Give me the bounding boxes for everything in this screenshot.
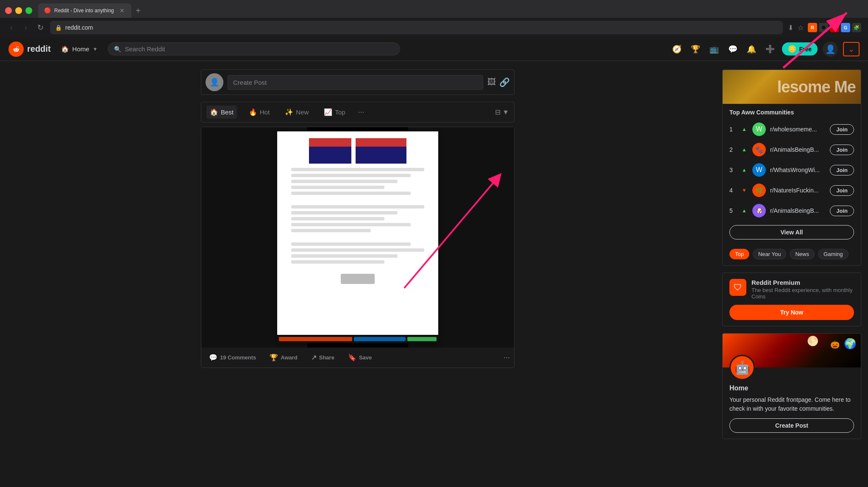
image-upload-icon[interactable]: 🖼 xyxy=(487,77,496,87)
traffic-lights xyxy=(5,7,32,14)
tab-title: Reddit - Dive into anything xyxy=(54,8,115,14)
new-tab-button[interactable]: + xyxy=(136,6,141,16)
award-button[interactable]: 🏆 Award xyxy=(266,351,301,364)
ext-reddit-icon[interactable]: R xyxy=(808,23,817,32)
forward-button[interactable]: › xyxy=(21,23,31,32)
premium-shield-icon: 🛡 xyxy=(729,279,746,296)
ext-icon-4[interactable]: 🧩 xyxy=(852,23,861,32)
list-item[interactable]: 1 ▲ W r/wholesomeme... Join xyxy=(723,119,861,139)
address-bar[interactable]: 🔒 reddit.com xyxy=(50,21,783,34)
sort-hot-button[interactable]: 🔥 Hot xyxy=(245,106,273,119)
search-bar[interactable]: 🔍 Search Reddit xyxy=(108,42,400,56)
trophy-icon-button[interactable]: 🏆 xyxy=(689,42,702,56)
communities-title: Top Aww Communities xyxy=(723,104,861,119)
ext-icon-2[interactable]: ● xyxy=(830,23,839,32)
home-dropdown-button[interactable]: 🏠 Home ▼ xyxy=(58,44,101,55)
home-create-post-button[interactable]: Create Post xyxy=(729,418,854,433)
list-item[interactable]: 3 ▲ W r/WhatsWrongWi... Join xyxy=(723,160,861,180)
reddit-icon xyxy=(8,42,24,57)
topic-tag-near-you[interactable]: Near You xyxy=(753,249,787,259)
award-icon: 🏆 xyxy=(270,353,278,362)
ext-icon-1[interactable]: ⚙ xyxy=(819,23,828,32)
search-icon: 🔍 xyxy=(114,46,121,53)
minimize-window-button[interactable] xyxy=(15,7,22,14)
back-button[interactable]: ‹ xyxy=(7,23,16,32)
browser-actions: ⬇ ☆ R ⚙ ● G 🧩 xyxy=(788,23,861,32)
community-icon: W xyxy=(752,122,766,136)
chat-icon-button[interactable]: 💬 xyxy=(726,42,740,56)
premium-card-header: 🛡 Reddit Premium The best Reddit experie… xyxy=(729,279,854,300)
expand-button[interactable]: ⌄ xyxy=(843,42,860,56)
feed-area: 👤 Create Post 🖼 🔗 🏠 Best 🔥 Hot xyxy=(0,61,715,487)
reddit-logo[interactable]: reddit xyxy=(8,42,51,57)
top-icon: 📈 xyxy=(324,108,332,116)
join-community-button[interactable]: Join xyxy=(830,145,854,155)
download-icon[interactable]: ⬇ xyxy=(788,24,793,32)
save-label: Save xyxy=(359,354,372,361)
lock-icon: 🔒 xyxy=(55,25,62,31)
view-toggle-button[interactable]: ⊟ ▼ xyxy=(495,108,509,116)
sort-top-button[interactable]: 📈 Top xyxy=(320,106,348,119)
join-community-button[interactable]: Join xyxy=(830,124,854,135)
sort-new-button[interactable]: ✨ New xyxy=(281,106,312,119)
share-button[interactable]: ↗ Share xyxy=(308,351,338,364)
sort-best-button[interactable]: 🏠 Best xyxy=(206,106,237,119)
compass-icon-button[interactable]: 🧭 xyxy=(670,42,684,56)
communities-list: 1 ▲ W r/wholesomeme... Join 2 ▲ 🐾 r/Anim… xyxy=(723,119,861,221)
list-item[interactable]: 4 ▼ 🌿 r/NatureIsFuckin... Join xyxy=(723,180,861,200)
join-community-button[interactable]: Join xyxy=(830,185,854,196)
create-post-input[interactable]: Create Post xyxy=(228,75,483,90)
list-item[interactable]: 5 ▲ 🐶 r/AnimalsBeingB... Join xyxy=(723,200,861,221)
comments-button[interactable]: 💬 19 Comments xyxy=(206,351,259,364)
community-rank: 3 xyxy=(729,167,736,173)
topic-tag-top[interactable]: Top xyxy=(729,249,749,259)
topic-tag-gaming[interactable]: Gaming xyxy=(818,249,849,259)
post-card: 💬 19 Comments 🏆 Award ↗ Share 🔖 Save xyxy=(201,127,515,368)
ext-icon-3[interactable]: G xyxy=(841,23,850,32)
premium-card-content: 🛡 Reddit Premium The best Reddit experie… xyxy=(723,273,861,326)
reddit-header: reddit 🏠 Home ▼ 🔍 Search Reddit 🧭 🏆 📺 💬 … xyxy=(0,37,868,61)
hot-icon: 🔥 xyxy=(249,108,257,116)
join-community-button[interactable]: Join xyxy=(830,165,854,175)
refresh-button[interactable]: ↻ xyxy=(36,23,45,32)
reddit-snoo-avatar: 🤖 xyxy=(729,355,755,380)
sort-more-button[interactable]: ··· xyxy=(358,108,364,117)
trend-up-icon: ▲ xyxy=(740,125,748,133)
video-icon-button[interactable]: 📺 xyxy=(707,42,721,56)
plus-icon-button[interactable]: ➕ xyxy=(763,42,777,56)
close-tab-button[interactable]: ✕ xyxy=(119,7,125,14)
close-window-button[interactable] xyxy=(5,7,12,14)
premium-card: 🛡 Reddit Premium The best Reddit experie… xyxy=(722,273,861,326)
user-avatar-small: 👤 xyxy=(206,73,223,91)
premium-info: Reddit Premium The best Reddit experienc… xyxy=(751,279,854,300)
coin-icon: 🪙 xyxy=(788,45,796,53)
sort-hot-label: Hot xyxy=(260,109,270,116)
premium-button[interactable]: 🪙 Free xyxy=(782,42,818,56)
active-browser-tab[interactable]: 🔴 Reddit - Dive into anything ✕ xyxy=(38,3,131,18)
view-all-button[interactable]: View All xyxy=(729,225,854,239)
link-icon[interactable]: 🔗 xyxy=(499,77,510,87)
community-name: r/NatureIsFuckin... xyxy=(770,187,826,194)
search-input[interactable]: Search Reddit xyxy=(125,45,165,53)
notification-icon-button[interactable]: 🔔 xyxy=(745,42,758,56)
post-text-lines xyxy=(291,168,424,284)
community-icon: 🌿 xyxy=(752,184,766,197)
maximize-window-button[interactable] xyxy=(25,7,32,14)
user-menu-button[interactable]: 👤 xyxy=(823,42,838,57)
reddit-app: reddit 🏠 Home ▼ 🔍 Search Reddit 🧭 🏆 📺 💬 … xyxy=(0,37,868,487)
save-button[interactable]: 🔖 Save xyxy=(345,351,375,364)
communities-header-text: lesome Me xyxy=(777,79,856,95)
list-item[interactable]: 2 ▲ 🐾 r/AnimalsBeingB... Join xyxy=(723,139,861,160)
post-footer: 💬 19 Comments 🏆 Award ↗ Share 🔖 Save xyxy=(201,348,514,367)
join-community-button[interactable]: Join xyxy=(830,206,854,216)
topic-tag-news[interactable]: News xyxy=(790,249,815,259)
try-now-button[interactable]: Try Now xyxy=(729,305,854,320)
sort-best-label: Best xyxy=(221,109,234,116)
reddit-wordmark: reddit xyxy=(27,44,51,54)
chevron-icon: ▼ xyxy=(502,109,509,116)
premium-description: The best Reddit experience, with monthly… xyxy=(751,287,854,300)
post-image-content xyxy=(277,131,438,343)
more-options-button[interactable]: ··· xyxy=(504,353,510,362)
sort-top-label: Top xyxy=(335,109,345,116)
bookmark-icon[interactable]: ☆ xyxy=(798,24,804,32)
